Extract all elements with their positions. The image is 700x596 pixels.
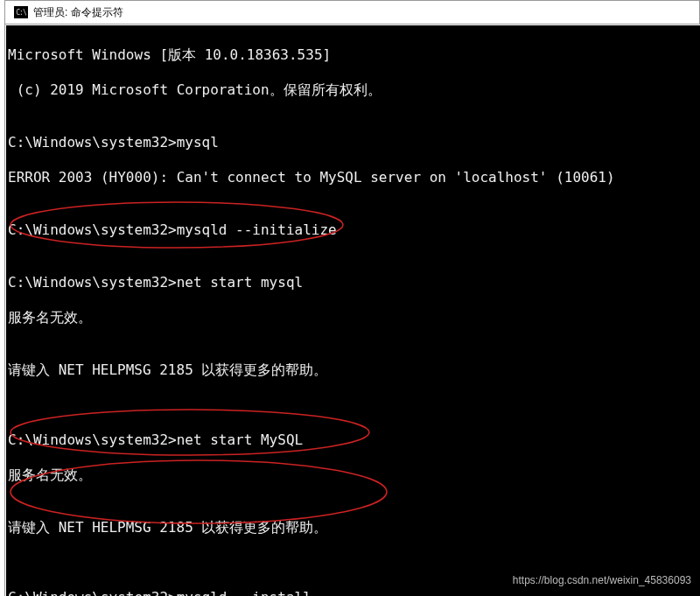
output-line: 服务名无效。 [8,309,698,326]
cmd-icon: C:\ [14,6,28,18]
output-line: Microsoft Windows [版本 10.0.18363.535] [8,46,698,64]
output-line: C:\Windows\system32>mysqld --install [8,589,698,596]
terminal-output[interactable]: Microsoft Windows [版本 10.0.18363.535] (c… [6,25,700,596]
output-line: C:\Windows\system32>mysqld --initialize [8,221,698,239]
output-line: 服务名无效。 [8,466,698,484]
output-line: 请键入 NET HELPMSG 2185 以获得更多的帮助。 [8,519,698,536]
output-line: C:\Windows\system32>mysql [8,134,698,151]
watermark: https://blog.csdn.net/weixin_45836093 [513,571,691,589]
output-line: C:\Windows\system32>net start mysql [8,274,698,291]
output-line: 请键入 NET HELPMSG 2185 以获得更多的帮助。 [8,361,698,379]
output-line: ERROR 2003 (HY000): Can't connect to MyS… [8,169,698,186]
window-title: 管理员: 命令提示符 [33,5,123,20]
window-titlebar[interactable]: C:\ 管理员: 命令提示符 [5,0,700,25]
output-line: (c) 2019 Microsoft Corporation。保留所有权利。 [8,81,698,99]
output-line: C:\Windows\system32>net start MySQL [8,431,698,449]
